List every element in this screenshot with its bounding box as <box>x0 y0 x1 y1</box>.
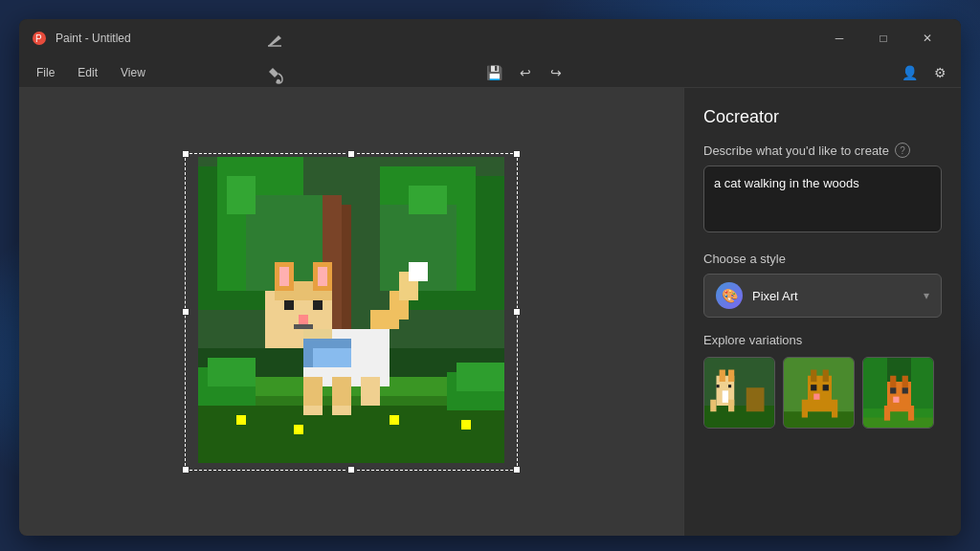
svg-rect-98 <box>728 370 734 383</box>
cocreator-title: Cocreator <box>703 107 942 127</box>
svg-rect-55 <box>227 176 256 214</box>
svg-rect-123 <box>902 387 908 393</box>
svg-rect-88 <box>332 406 351 415</box>
canvas-area[interactable] <box>19 88 683 536</box>
svg-rect-56 <box>409 186 447 214</box>
svg-rect-106 <box>784 411 855 429</box>
svg-rect-108 <box>811 370 816 383</box>
svg-rect-63 <box>461 420 471 430</box>
variation-1[interactable] <box>703 357 775 429</box>
undo-button[interactable]: ↩ <box>512 59 539 86</box>
window-controls: ─ □ ✕ <box>817 19 949 57</box>
window-title: Paint - Untitled <box>56 32 810 45</box>
svg-rect-89 <box>361 396 380 406</box>
settings-button[interactable]: ⚙ <box>926 59 953 86</box>
app-icon: P <box>31 30 48 47</box>
svg-rect-125 <box>884 406 890 421</box>
handle-bottom-right[interactable] <box>513 466 521 474</box>
chevron-down-icon: ▾ <box>924 289 929 302</box>
minimize-button[interactable]: ─ <box>817 19 861 57</box>
prompt-input[interactable]: a cat walking in the woods <box>703 165 942 232</box>
variation-3[interactable] <box>862 357 934 429</box>
svg-rect-112 <box>813 394 819 400</box>
svg-rect-121 <box>902 376 908 388</box>
svg-rect-114 <box>832 400 837 418</box>
svg-rect-117 <box>863 358 887 418</box>
app-window: P Paint - Untitled ─ □ ✕ File Edit View … <box>19 19 961 536</box>
svg-rect-79 <box>303 324 313 329</box>
svg-point-21 <box>277 79 280 83</box>
handle-bottom-left[interactable] <box>182 466 189 474</box>
prompt-label: Describe what you'd like to create ? <box>703 143 942 158</box>
svg-rect-99 <box>717 385 720 387</box>
svg-rect-74 <box>318 267 327 286</box>
menubar: File Edit View 💾 ↩ ↪ 👤 ⚙ <box>19 57 961 88</box>
menu-edit[interactable]: Edit <box>68 62 107 83</box>
svg-rect-77 <box>299 315 308 324</box>
variations-grid <box>703 357 942 429</box>
redo-button[interactable]: ↪ <box>543 59 569 86</box>
svg-rect-75 <box>284 300 294 310</box>
titlebar: P Paint - Untitled ─ □ ✕ <box>19 19 961 57</box>
svg-rect-118 <box>911 358 934 418</box>
svg-rect-124 <box>893 397 899 403</box>
close-button[interactable]: ✕ <box>905 19 949 57</box>
svg-rect-120 <box>890 376 896 388</box>
svg-rect-78 <box>294 324 303 329</box>
save-button[interactable]: 💾 <box>481 59 508 86</box>
svg-rect-87 <box>303 406 323 415</box>
svg-rect-126 <box>908 406 914 421</box>
svg-rect-100 <box>728 385 731 387</box>
svg-rect-101 <box>723 390 728 403</box>
svg-rect-97 <box>720 370 725 383</box>
svg-rect-122 <box>890 387 896 393</box>
style-icon: 🎨 <box>716 282 743 309</box>
svg-rect-111 <box>823 385 829 390</box>
style-name: Pixel Art <box>752 289 914 303</box>
svg-rect-103 <box>728 400 734 412</box>
cocreator-panel: Cocreator Describe what you'd like to cr… <box>683 88 961 536</box>
explore-label: Explore variations <box>703 333 942 347</box>
handle-top-right[interactable] <box>513 150 521 158</box>
svg-rect-93 <box>457 363 504 391</box>
svg-rect-102 <box>710 400 716 412</box>
canvas-image-container <box>189 157 514 467</box>
style-label: Choose a style <box>703 252 942 266</box>
svg-rect-73 <box>279 267 289 286</box>
variation-2[interactable] <box>783 357 855 429</box>
svg-rect-76 <box>313 300 323 310</box>
svg-rect-109 <box>823 370 829 383</box>
svg-rect-92 <box>208 358 256 386</box>
handle-bottom-middle[interactable] <box>347 466 355 474</box>
svg-rect-113 <box>802 400 808 418</box>
info-icon[interactable]: ? <box>895 143 910 158</box>
svg-rect-83 <box>313 348 351 367</box>
svg-rect-68 <box>409 262 428 281</box>
style-dropdown[interactable]: 🎨 Pixel Art ▾ <box>703 274 942 318</box>
svg-rect-61 <box>294 425 303 434</box>
svg-rect-110 <box>811 385 816 390</box>
account-button[interactable]: 👤 <box>896 59 923 86</box>
menu-file[interactable]: File <box>27 62 64 83</box>
pencil-button[interactable] <box>257 22 292 56</box>
svg-rect-60 <box>236 415 246 425</box>
handle-middle-right[interactable] <box>513 308 521 316</box>
svg-text:P: P <box>35 33 42 44</box>
canvas-content[interactable] <box>189 157 514 463</box>
svg-rect-104 <box>746 387 765 411</box>
maximize-button[interactable]: □ <box>861 19 905 57</box>
menu-view[interactable]: View <box>111 62 155 83</box>
svg-rect-62 <box>390 415 399 425</box>
